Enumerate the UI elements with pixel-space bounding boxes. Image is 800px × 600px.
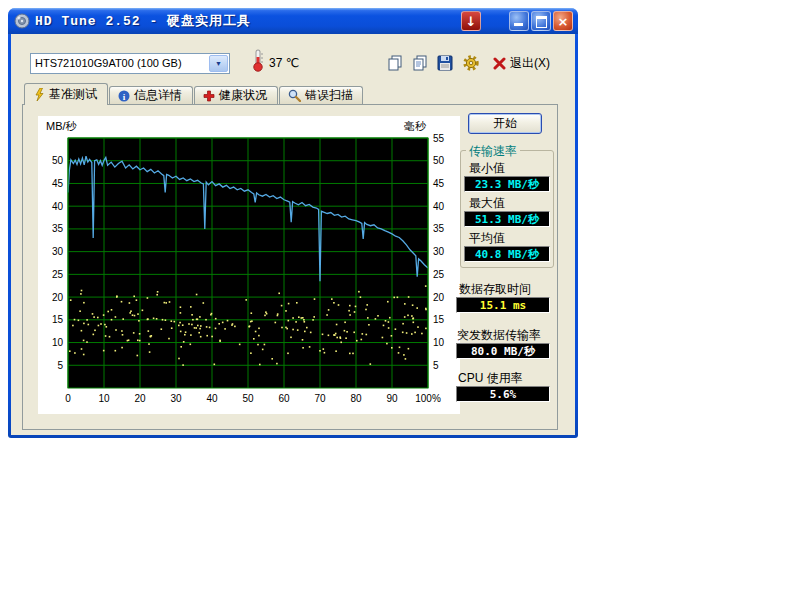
options-button[interactable]	[460, 52, 482, 74]
down-arrow-icon: ↓	[466, 14, 477, 29]
svg-text:40: 40	[52, 201, 64, 212]
svg-text:10: 10	[52, 337, 64, 348]
svg-text:30: 30	[433, 246, 445, 257]
access-time-value: 15.1 ms	[456, 297, 550, 313]
min-value: 23.3 MB/秒	[464, 176, 550, 192]
svg-text:25: 25	[433, 269, 445, 280]
save-screenshot-button[interactable]	[434, 52, 456, 74]
benchmark-icon	[33, 88, 45, 101]
tab-health[interactable]: 健康状况	[194, 86, 278, 104]
minimize-icon	[514, 23, 523, 26]
client-area: HTS721010G9AT00 (100 GB) ▼ 37 ℃	[11, 34, 575, 435]
svg-text:40: 40	[206, 393, 218, 404]
svg-text:55: 55	[433, 133, 445, 144]
start-button[interactable]: 开始	[468, 113, 542, 134]
title-bar[interactable]: HD Tune 2.52 - 硬盘实用工具 ↓ ×	[8, 8, 578, 34]
minimize-button[interactable]	[509, 11, 529, 31]
chevron-down-icon: ▼	[215, 60, 222, 67]
tab-error-scan-label: 错误扫描	[305, 87, 353, 104]
tab-benchmark[interactable]: 基准测试	[24, 83, 108, 105]
svg-text:45: 45	[52, 178, 64, 189]
save-icon	[436, 54, 454, 72]
copy-text-icon	[411, 54, 429, 72]
svg-text:90: 90	[386, 393, 398, 404]
transfer-rate-group-title: 传输速率	[466, 143, 520, 160]
svg-text:45: 45	[433, 178, 445, 189]
svg-text:MB/秒: MB/秒	[46, 120, 78, 132]
cpu-usage-value: 5.6%	[456, 386, 550, 402]
svg-text:毫秒: 毫秒	[404, 120, 427, 132]
svg-text:5: 5	[57, 360, 63, 371]
tab-info[interactable]: i 信息详情	[109, 86, 193, 104]
exit-x-icon	[493, 57, 506, 70]
tab-health-label: 健康状况	[219, 87, 267, 104]
svg-text:60: 60	[278, 393, 290, 404]
gear-icon	[462, 54, 480, 72]
svg-text:10: 10	[98, 393, 110, 404]
tab-error-scan[interactable]: 错误扫描	[279, 86, 363, 104]
maximize-icon	[536, 16, 547, 28]
magnifier-icon	[288, 89, 301, 102]
svg-text:5: 5	[433, 360, 439, 371]
svg-text:20: 20	[433, 292, 445, 303]
benchmark-chart: 0102030405060708090100%55504540353025201…	[38, 116, 460, 414]
tab-benchmark-label: 基准测试	[49, 86, 97, 103]
svg-text:100%: 100%	[415, 393, 441, 404]
svg-text:25: 25	[52, 269, 64, 280]
svg-text:50: 50	[52, 155, 64, 166]
svg-text:30: 30	[170, 393, 182, 404]
burst-rate-value: 80.0 MB/秒	[456, 343, 550, 359]
avg-label: 平均值	[469, 230, 505, 247]
window-controls: ↓ ×	[461, 11, 573, 31]
thermometer-icon	[252, 49, 265, 76]
cpu-usage-label: CPU 使用率	[458, 370, 523, 387]
temperature-label: 37 ℃	[269, 56, 299, 70]
maximize-button[interactable]	[531, 11, 551, 31]
svg-text:20: 20	[52, 292, 64, 303]
burst-rate-label: 突发数据传输率	[457, 327, 541, 344]
svg-text:0: 0	[65, 393, 71, 404]
max-label: 最大值	[469, 195, 505, 212]
svg-text:50: 50	[433, 155, 445, 166]
exit-button[interactable]: 退出(X)	[489, 52, 554, 74]
svg-text:15: 15	[433, 314, 445, 325]
exit-label: 退出(X)	[510, 55, 550, 72]
svg-text:30: 30	[52, 246, 64, 257]
window-title: HD Tune 2.52 - 硬盘实用工具	[35, 12, 251, 30]
drive-select-value: HTS721010G9AT00 (100 GB)	[35, 57, 182, 69]
svg-text:15: 15	[52, 314, 64, 325]
svg-text:70: 70	[314, 393, 326, 404]
health-cross-icon	[203, 90, 215, 102]
copy-screenshot-icon	[386, 54, 404, 72]
svg-text:10: 10	[433, 337, 445, 348]
close-icon: ×	[558, 14, 569, 29]
desktop: HD Tune 2.52 - 硬盘实用工具 ↓ × HTS7210	[0, 0, 800, 600]
info-icon: i	[118, 90, 130, 102]
max-value: 51.3 MB/秒	[464, 211, 550, 227]
download-button[interactable]: ↓	[461, 11, 481, 31]
access-time-label: 数据存取时间	[459, 281, 531, 298]
app-icon	[14, 13, 30, 29]
svg-text:50: 50	[242, 393, 254, 404]
svg-text:40: 40	[433, 201, 445, 212]
svg-text:80: 80	[350, 393, 362, 404]
close-button[interactable]: ×	[553, 11, 573, 31]
svg-text:35: 35	[433, 223, 445, 234]
combo-dropdown-button[interactable]: ▼	[209, 55, 228, 72]
drive-select-combo[interactable]: HTS721010G9AT00 (100 GB) ▼	[30, 53, 230, 74]
tab-info-label: 信息详情	[134, 87, 182, 104]
svg-text:20: 20	[134, 393, 146, 404]
svg-text:35: 35	[52, 223, 64, 234]
chart-card: 0102030405060708090100%55504540353025201…	[38, 116, 460, 414]
hdtune-window: HD Tune 2.52 - 硬盘实用工具 ↓ × HTS7210	[8, 8, 578, 438]
avg-value: 40.8 MB/秒	[464, 246, 550, 262]
copy-screenshot-button[interactable]	[384, 52, 406, 74]
min-label: 最小值	[469, 160, 505, 177]
copy-text-button[interactable]	[409, 52, 431, 74]
